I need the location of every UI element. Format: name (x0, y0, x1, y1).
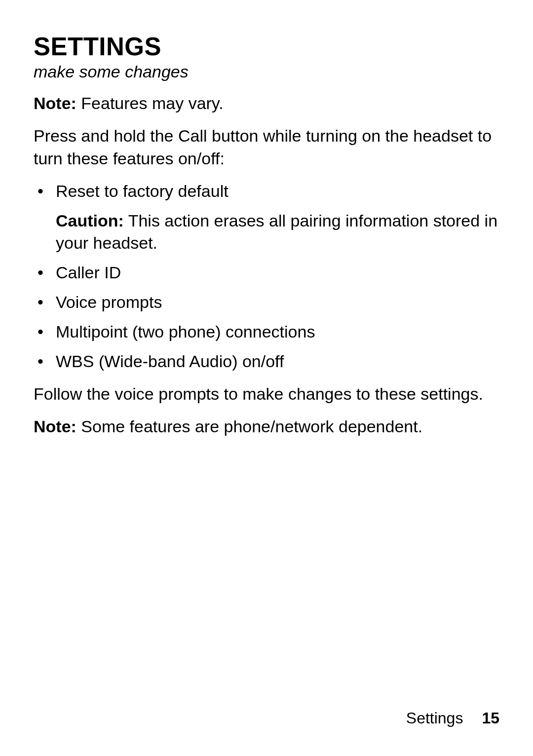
note-paragraph-1: Note: Features may vary. (34, 92, 499, 115)
page-heading: SETTINGS (34, 32, 499, 61)
list-item: Caller ID (34, 262, 499, 284)
list-item-text: Reset to factory default (56, 182, 228, 200)
page-subtitle: make some changes (34, 62, 499, 81)
note-label-1: Note: (34, 94, 76, 113)
follow-paragraph: Follow the voice prompts to make changes… (34, 383, 499, 406)
note-paragraph-2: Note: Some features are phone/network de… (34, 416, 499, 438)
note-label-2: Note: (34, 417, 76, 436)
note-text-1: Features may vary. (76, 94, 224, 113)
feature-list: Reset to factory default Caution: This a… (34, 180, 499, 373)
page-footer: Settings15 (406, 709, 499, 727)
intro-paragraph: Press and hold the Call button while tur… (34, 125, 499, 170)
footer-section-label: Settings (406, 709, 463, 727)
list-item: Reset to factory default Caution: This a… (34, 180, 499, 255)
list-item: Voice prompts (34, 291, 499, 314)
footer-page-number: 15 (482, 709, 499, 727)
caution-block: Caution: This action erases all pairing … (56, 210, 499, 255)
caution-label: Caution: (56, 211, 124, 230)
list-item: Multipoint (two phone) connections (34, 321, 499, 343)
list-item: WBS (Wide-band Audio) on/off (34, 350, 499, 373)
note-text-2: Some features are phone/network dependen… (76, 417, 422, 436)
